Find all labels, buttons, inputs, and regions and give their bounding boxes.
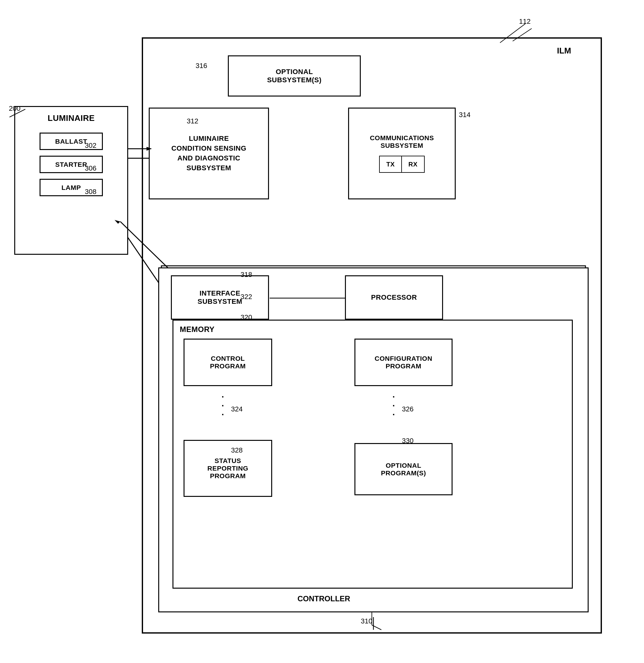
- memory-label: MEMORY: [180, 325, 214, 334]
- svg-line-21: [9, 109, 25, 117]
- svg-marker-16: [146, 147, 152, 151]
- communications-box: COMMUNICATIONS SUBSYSTEM TX RX: [348, 108, 456, 199]
- control-program-box: CONTROL PROGRAM: [184, 339, 272, 386]
- svg-line-20: [500, 24, 525, 43]
- luminaire-condition-box: LUMINAIRE CONDITION SENSING AND DIAGNOST…: [149, 108, 269, 199]
- ref-302: 302: [85, 141, 96, 150]
- ref-324: 324: [231, 405, 243, 413]
- configuration-program-box: CONFIGURATION PROGRAM: [354, 339, 453, 386]
- ref-312: 312: [187, 117, 199, 125]
- configuration-program-label: CONFIGURATION PROGRAM: [375, 355, 432, 370]
- dots-control: ···: [222, 392, 224, 419]
- ref-200-line: [9, 108, 28, 120]
- status-reporting-box: STATUS REPORTING PROGRAM: [184, 440, 272, 497]
- tx-box: TX: [380, 156, 402, 172]
- optional-program-label: OPTIONAL PROGRAM(S): [381, 462, 426, 477]
- rx-box: RX: [402, 156, 424, 172]
- dots-config: ···: [392, 392, 395, 419]
- luminaire-condition-label: LUMINAIRE CONDITION SENSING AND DIAGNOST…: [171, 134, 246, 173]
- controller-label: CONTROLLER: [297, 594, 350, 603]
- interface-subsystem-box: INTERFACE SUBSYSTEM: [171, 275, 269, 320]
- arrow-luminaire-to-condition: [128, 144, 157, 154]
- communications-label: COMMUNICATIONS SUBSYSTEM: [370, 134, 434, 150]
- optional-program-box: OPTIONAL PROGRAM(S): [354, 443, 453, 495]
- control-program-label: CONTROL PROGRAM: [210, 355, 246, 370]
- status-reporting-label: STATUS REPORTING PROGRAM: [207, 457, 248, 480]
- optional-subsystem-label: OPTIONAL SUBSYSTEM(S): [267, 68, 322, 84]
- luminaire-label: LUMINAIRE: [48, 113, 95, 123]
- processor-box: PROCESSOR: [345, 275, 443, 320]
- label-ilm: ILM: [557, 46, 571, 56]
- ref-322: 322: [240, 293, 252, 301]
- ref-326: 326: [402, 405, 414, 413]
- ref-308: 308: [85, 188, 96, 196]
- ref-314: 314: [459, 111, 470, 119]
- line-interface-processor: [270, 297, 346, 300]
- ref-112-line: [500, 21, 538, 46]
- svg-line-23: [372, 625, 381, 630]
- interface-subsystem-label: INTERFACE SUBSYSTEM: [198, 289, 242, 306]
- ref-318: 318: [240, 271, 252, 279]
- ref-310-line: [362, 612, 385, 631]
- ref-306: 306: [85, 164, 96, 173]
- optional-subsystem-box: OPTIONAL SUBSYSTEM(S): [228, 55, 361, 96]
- ref-316: 316: [196, 62, 207, 70]
- diagram: 112 ILM LUMINAIRE BALLAST STARTER LAMP 2…: [0, 0, 644, 663]
- ref-328: 328: [231, 446, 243, 454]
